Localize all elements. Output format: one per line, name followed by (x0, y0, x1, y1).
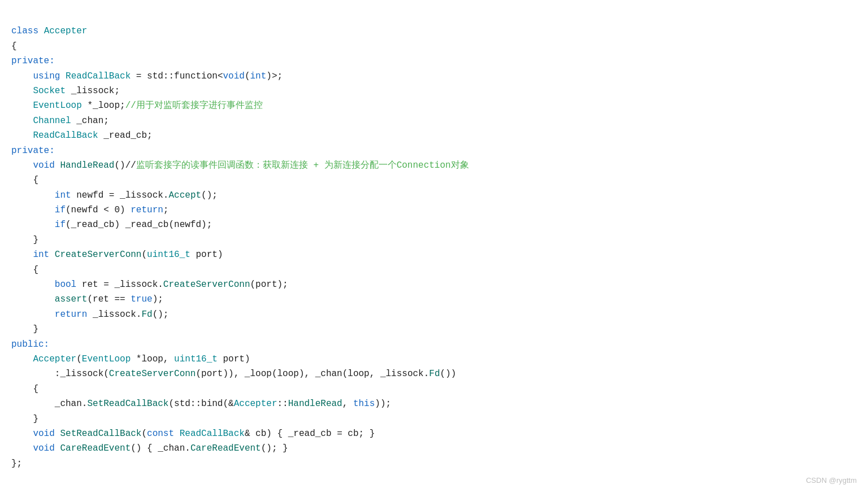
line-25: { (11, 384, 38, 394)
line-2: { (11, 41, 17, 51)
line-28: void SetReadCallBack(const ReadCallBack&… (11, 429, 375, 439)
code-editor: class Accepter { private: using ReadCall… (11, 9, 857, 471)
line-10: void HandleRead()//监听套接字的读事件回调函数：获取新连接 +… (11, 160, 469, 171)
line-6: EventLoop *_loop;//用于对监听套接字进行事件监控 (11, 101, 263, 111)
line-1: class Accepter (11, 26, 87, 36)
line-7: Channel _chan; (11, 116, 109, 126)
line-13: if(newfd < 0) return; (11, 205, 168, 215)
line-9: private: (11, 146, 55, 156)
line-17: { (11, 265, 38, 275)
line-3: private: (11, 56, 55, 66)
line-5: Socket _lissock; (11, 86, 120, 96)
line-16: int CreateServerConn(uint16_t port) (11, 250, 223, 260)
line-24: :_lissock(CreateServerConn(port)), _loop… (11, 369, 456, 379)
line-19: assert(ret == true); (11, 294, 163, 304)
line-26: _chan.SetReadCallBack(std::bind(&Accepte… (11, 399, 391, 409)
line-29: void CareReadEvent() { _chan.CareReadEve… (11, 443, 288, 453)
line-11: { (11, 175, 38, 185)
line-14: if(_read_cb) _read_cb(newfd); (11, 220, 212, 230)
line-18: bool ret = _lissock.CreateServerConn(por… (11, 280, 288, 290)
line-12: int newfd = _lissock.Accept(); (11, 190, 218, 200)
line-15: } (11, 235, 38, 245)
line-22: public: (11, 339, 49, 350)
line-27: } (11, 414, 38, 424)
watermark: CSDN @rygttm (806, 474, 857, 486)
line-4: using ReadCallBack = std::function<void(… (11, 71, 283, 81)
line-21: } (11, 324, 38, 334)
line-23: Accepter(EventLoop *loop, uint16_t port) (11, 354, 250, 364)
line-8: ReadCallBack _read_cb; (11, 130, 153, 141)
line-30: }; (11, 459, 22, 469)
line-20: return _lissock.Fd(); (11, 309, 168, 320)
